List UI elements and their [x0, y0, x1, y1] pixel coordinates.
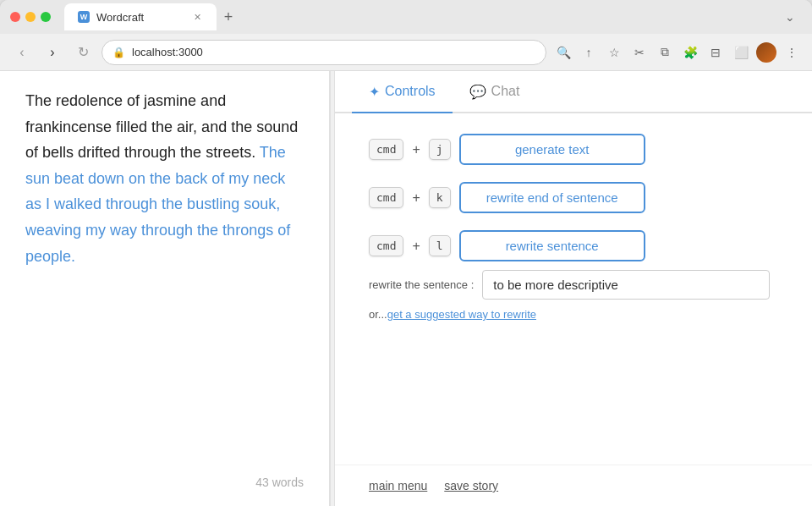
- plus-sign-1: +: [412, 142, 420, 157]
- editor-text-normal: The redolence of jasmine and frankincens…: [25, 92, 298, 161]
- plus-sign-3: +: [412, 239, 420, 254]
- tab-controls-label: Controls: [385, 84, 436, 99]
- shortcut-row-rewrite: cmd + l rewrite sentence: [369, 230, 778, 261]
- title-bar: W Wordcraft ✕ + ⌄: [0, 0, 812, 34]
- shortcut-row-generate: cmd + j generate text: [369, 134, 778, 165]
- toolbar-right: 🔍 ↑ ☆ ✂ ⧉ 🧩 ⊟ ⬜ ⋮: [553, 42, 802, 63]
- or-prefix: or...: [369, 308, 387, 321]
- new-tab-button[interactable]: +: [217, 5, 240, 29]
- zoom-icon[interactable]: 🔍: [553, 42, 573, 63]
- address-text: localhost:3000: [132, 46, 203, 58]
- rewrite-sentence-button[interactable]: rewrite sentence: [459, 230, 645, 261]
- minimize-button[interactable]: [25, 12, 36, 22]
- address-bar-row: ‹ › ↻ 🔒 localhost:3000 🔍 ↑ ☆ ✂ ⧉ 🧩 ⊟ ⬜ ⋮: [0, 34, 812, 71]
- or-link-row: or...get a suggested way to rewrite: [369, 308, 778, 321]
- panel-tabs: ✦ Controls 💬 Chat: [335, 71, 812, 113]
- tab-title: Wordcraft: [96, 11, 144, 24]
- share-icon[interactable]: ↑: [579, 42, 599, 63]
- lock-icon: 🔒: [112, 47, 125, 58]
- bottom-actions: main menu save story: [335, 465, 812, 506]
- reload-button[interactable]: ↻: [71, 41, 95, 64]
- l-key: l: [429, 235, 451, 256]
- address-bar[interactable]: 🔒 localhost:3000: [102, 40, 546, 65]
- editor-panel: The redolence of jasmine and frankincens…: [0, 71, 330, 506]
- controls-sparkle-icon: ✦: [369, 84, 380, 100]
- profile-avatar[interactable]: [756, 42, 776, 63]
- cut-icon[interactable]: ✂: [629, 42, 650, 63]
- controls-content: cmd + j generate text cmd + k rewrite en…: [335, 113, 812, 465]
- tab-overflow-button[interactable]: ⌄: [778, 5, 802, 29]
- plus-sign-2: +: [412, 190, 420, 206]
- tab-chat[interactable]: 💬 Chat: [453, 71, 537, 113]
- tab-bar: W Wordcraft ✕ + ⌄: [64, 3, 802, 30]
- tab-favicon: W: [78, 11, 90, 23]
- tab-close-button[interactable]: ✕: [191, 11, 203, 23]
- cmd-key-l: cmd: [369, 235, 403, 256]
- main-content: The redolence of jasmine and frankincens…: [0, 71, 812, 506]
- tab-controls[interactable]: ✦ Controls: [352, 71, 453, 113]
- rewrite-label-row: rewrite the sentence :: [369, 270, 778, 300]
- controls-panel: ✦ Controls 💬 Chat cmd + j generate text: [335, 71, 812, 506]
- browser-window: W Wordcraft ✕ + ⌄ ‹ › ↻ 🔒 localhost:3000…: [0, 0, 812, 506]
- close-button[interactable]: [10, 12, 20, 22]
- suggested-way-link[interactable]: get a suggested way to rewrite: [387, 308, 536, 321]
- save-story-link[interactable]: save story: [444, 479, 498, 492]
- maximize-button[interactable]: [41, 12, 51, 22]
- rewrite-input[interactable]: [482, 270, 770, 300]
- editor-text-highlighted: The sun beat down on the back of my neck…: [25, 144, 290, 264]
- copy-icon[interactable]: ⧉: [655, 42, 675, 63]
- main-menu-link[interactable]: main menu: [369, 479, 427, 492]
- generate-text-button[interactable]: generate text: [459, 134, 645, 165]
- cmd-key-k: cmd: [369, 187, 403, 208]
- cmd-key-j: cmd: [369, 139, 403, 160]
- extensions-icon[interactable]: 🧩: [680, 42, 700, 63]
- back-button[interactable]: ‹: [10, 41, 34, 64]
- traffic-lights: [10, 12, 51, 22]
- word-count: 43 words: [25, 476, 304, 489]
- bookmark-icon[interactable]: ☆: [604, 42, 624, 63]
- editor-text[interactable]: The redolence of jasmine and frankincens…: [25, 88, 304, 459]
- rewrite-label-text: rewrite the sentence :: [369, 278, 474, 291]
- tab-chat-label: Chat: [491, 84, 520, 99]
- j-key: j: [429, 139, 451, 160]
- forward-button[interactable]: ›: [41, 41, 64, 64]
- window-icon[interactable]: ⬜: [731, 42, 751, 63]
- browser-tab[interactable]: W Wordcraft ✕: [64, 3, 217, 30]
- menu-icon[interactable]: ⋮: [782, 42, 802, 63]
- rewrite-section: cmd + l rewrite sentence rewrite the sen…: [369, 230, 778, 321]
- rewrite-end-button[interactable]: rewrite end of sentence: [459, 182, 645, 213]
- shortcut-row-rewrite-end: cmd + k rewrite end of sentence: [369, 182, 778, 213]
- k-key: k: [429, 187, 451, 208]
- tab-groups-icon[interactable]: ⊟: [705, 42, 726, 63]
- chat-icon: 💬: [469, 84, 486, 100]
